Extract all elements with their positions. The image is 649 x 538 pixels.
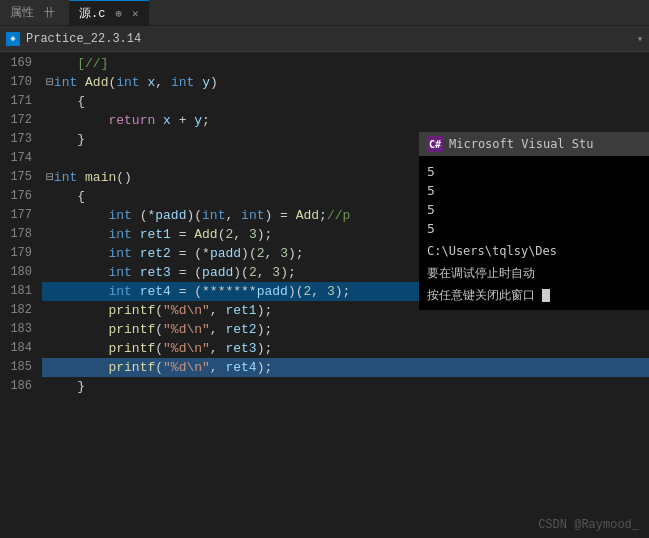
line-num: 170 <box>6 73 32 92</box>
line-num: 179 <box>6 244 32 263</box>
line-numbers: 169 170 171 172 173 174 175 176 177 178 … <box>0 52 42 538</box>
line-num: 185 <box>6 358 32 377</box>
console-info1: 要在调试停止时自动 <box>427 264 641 282</box>
console-info2: 按任意键关闭此窗口 <box>427 286 641 304</box>
line-num: 176 <box>6 187 32 206</box>
code-line-171: { <box>42 92 649 111</box>
project-title: Practice_22.3.14 <box>26 32 637 46</box>
tab-source[interactable]: 源.c ⊕ ✕ <box>69 0 149 25</box>
console-overlay: C# Microsoft Visual Stu 5 5 5 5 C:\Users… <box>419 132 649 310</box>
tab-source-close[interactable]: ✕ <box>132 7 139 20</box>
line-num: 177 <box>6 206 32 225</box>
title-bar[interactable]: ◈ Practice_22.3.14 ▾ <box>0 26 649 52</box>
code-line-170: ⊟int Add(int x, int y) <box>42 73 649 92</box>
code-line-183: printf("%d\n", ret2); <box>42 320 649 339</box>
console-output-2: 5 <box>427 181 641 200</box>
console-output-3: 5 <box>427 200 641 219</box>
vs-icon: C# <box>427 136 443 152</box>
console-output-4: 5 <box>427 219 641 238</box>
line-num: 181 <box>6 282 32 301</box>
tab-properties[interactable]: 属性 卄 <box>0 0 69 25</box>
line-num: 172 <box>6 111 32 130</box>
line-num: 180 <box>6 263 32 282</box>
line-num: 171 <box>6 92 32 111</box>
line-num: 178 <box>6 225 32 244</box>
line-num: 186 <box>6 377 32 396</box>
project-icon: ◈ <box>6 32 20 46</box>
cursor-block <box>542 289 550 302</box>
code-editor: 169 170 171 172 173 174 175 176 177 178 … <box>0 52 649 538</box>
line-num: 174 <box>6 149 32 168</box>
line-num: 182 <box>6 301 32 320</box>
dropdown-arrow[interactable]: ▾ <box>637 33 643 45</box>
code-line-186: } <box>42 377 649 396</box>
tab-bar: 属性 卄 源.c ⊕ ✕ <box>0 0 649 26</box>
console-title-bar: C# Microsoft Visual Stu <box>419 132 649 156</box>
code-line-185: printf("%d\n", ret4); <box>42 358 649 377</box>
tab-props-label: 属性 <box>10 4 34 21</box>
tab-props-pin: 卄 <box>40 5 59 20</box>
code-line-169: [//] <box>42 54 649 73</box>
line-num: 183 <box>6 320 32 339</box>
line-num: 173 <box>6 130 32 149</box>
watermark: CSDN @Raymood_ <box>538 518 639 532</box>
tab-source-pin: ⊕ <box>111 7 126 20</box>
line-num: 169 <box>6 54 32 73</box>
console-body: 5 5 5 5 C:\Users\tqlsy\Des 要在调试停止时自动 按任意… <box>419 156 649 310</box>
line-num: 184 <box>6 339 32 358</box>
console-path: C:\Users\tqlsy\Des <box>427 242 641 260</box>
code-line-184: printf("%d\n", ret3); <box>42 339 649 358</box>
code-line-172: return x + y; <box>42 111 649 130</box>
line-num: 175 <box>6 168 32 187</box>
console-title-text: Microsoft Visual Stu <box>449 137 594 151</box>
console-output-1: 5 <box>427 162 641 181</box>
tab-source-label: 源.c <box>79 5 105 22</box>
